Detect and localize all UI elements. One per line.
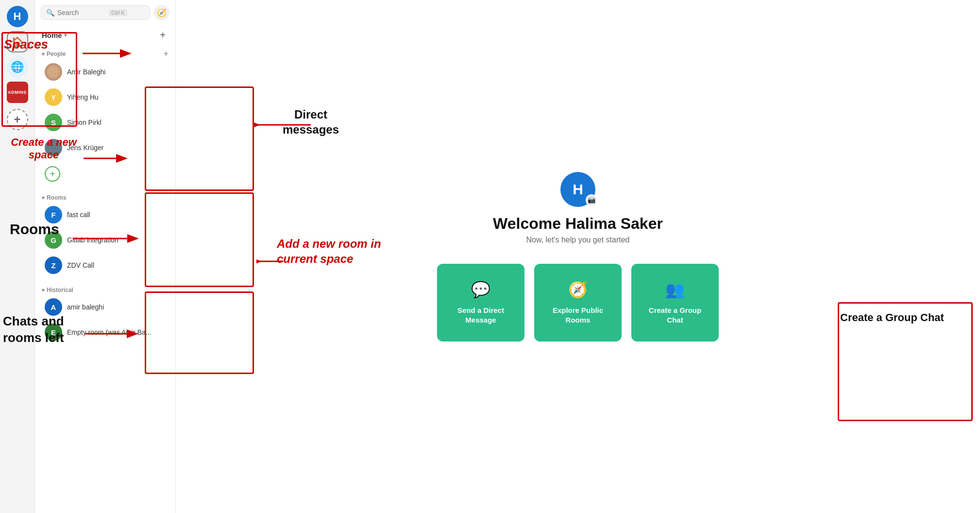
- avatar: S: [45, 114, 62, 131]
- avatar: [45, 139, 62, 156]
- create-space-button[interactable]: +: [7, 109, 28, 130]
- home-space-button[interactable]: 🏠: [7, 31, 28, 52]
- search-icon: 🔍: [46, 9, 54, 17]
- send-direct-message-label: Send a Direct Message: [457, 306, 504, 325]
- list-item[interactable]: E Empty room (was Amir Ba...: [38, 320, 172, 345]
- avatar: Z: [45, 256, 62, 274]
- camera-badge[interactable]: 📷: [586, 194, 597, 206]
- home-chevron: ▾: [64, 32, 67, 38]
- user-avatar-large: H 📷: [560, 172, 595, 207]
- message-icon: 💬: [471, 280, 490, 299]
- add-room-row[interactable]: +: [38, 162, 172, 186]
- list-item[interactable]: F fast call: [38, 202, 172, 227]
- historical-section-header: ▾ Historical: [35, 284, 175, 294]
- historical-section-title: ▾ Historical: [42, 287, 73, 293]
- search-shortcut-badge: Ctrl K: [109, 9, 127, 16]
- chat-name: Simon Pirkl: [67, 119, 101, 126]
- chat-name: Empty room (was Amir Ba...: [67, 328, 151, 336]
- compass-button[interactable]: 🧭: [154, 5, 169, 20]
- people-section-title: ▾ People: [42, 51, 66, 57]
- admins-space-button[interactable]: ADMINS: [7, 82, 28, 103]
- explore-public-rooms-card[interactable]: 🧭 Explore Public Rooms: [534, 264, 622, 342]
- explore-rooms-label: Explore Public Rooms: [553, 306, 603, 325]
- rooms-section-title: ▾ Rooms: [42, 194, 67, 201]
- send-direct-message-card[interactable]: 💬 Send a Direct Message: [437, 264, 524, 342]
- list-item[interactable]: Jens Krüger: [38, 135, 172, 160]
- chat-name: amir baleghi: [67, 303, 104, 311]
- search-input[interactable]: [57, 9, 106, 17]
- chat-list-header: 🔍 Ctrl K 🧭: [35, 0, 175, 25]
- add-room-button[interactable]: +: [157, 29, 169, 41]
- people-section-header: ▾ People +: [35, 47, 175, 59]
- chat-list-panel: 🔍 Ctrl K 🧭 Home ▾ + ▾ People + Amir: [35, 0, 176, 513]
- chat-name: Jens Krüger: [67, 144, 103, 152]
- group-icon: 👥: [665, 280, 685, 299]
- avatar: G: [45, 231, 62, 249]
- spaces-sidebar: H 🏠 🌐 ADMINS +: [0, 0, 35, 513]
- avatar: E: [45, 324, 62, 341]
- chat-name: fast call: [67, 211, 90, 219]
- chat-name: Yiheng Hu: [67, 93, 99, 101]
- welcome-subtitle: Now, let's help you get started: [493, 236, 663, 244]
- world-space-button[interactable]: 🌐: [7, 56, 28, 78]
- list-item[interactable]: Amir Baleghi: [38, 59, 172, 85]
- add-room-circle-icon: +: [45, 166, 60, 182]
- avatar: [45, 63, 62, 81]
- main-panel: 🔍 Ctrl K 🧭 Home ▾ + ▾ People + Amir: [35, 0, 980, 513]
- chat-name: Amir Baleghi: [67, 68, 105, 76]
- list-item[interactable]: S Simon Pirkl: [38, 110, 172, 135]
- search-bar[interactable]: 🔍 Ctrl K: [41, 5, 150, 20]
- compass-icon: 🧭: [568, 280, 588, 299]
- list-item[interactable]: G Gitlab integration: [38, 227, 172, 253]
- home-header-row: Home ▾ +: [35, 25, 175, 43]
- create-group-chat-card[interactable]: 👥 Create a Group Chat: [631, 264, 719, 342]
- list-item[interactable]: Z ZDV Call: [38, 253, 172, 278]
- people-add-button[interactable]: +: [163, 50, 169, 58]
- avatar: A: [45, 298, 62, 316]
- chat-name: ZDV Call: [67, 261, 94, 269]
- home-title[interactable]: Home ▾: [42, 31, 67, 39]
- welcome-section: H 📷 Welcome Halima Saker Now, let's help…: [493, 172, 663, 244]
- list-item[interactable]: A amir baleghi: [38, 294, 172, 320]
- content-panel: H 📷 Welcome Halima Saker Now, let's help…: [176, 0, 980, 513]
- create-group-chat-label: Create a Group Chat: [649, 306, 701, 325]
- avatar: Y: [45, 88, 62, 106]
- rooms-section-header: ▾ Rooms: [35, 191, 175, 202]
- user-space-avatar[interactable]: H: [7, 6, 28, 27]
- action-cards: 💬 Send a Direct Message 🧭 Explore Public…: [437, 264, 719, 342]
- avatar: F: [45, 206, 62, 223]
- chat-name: Gitlab integration: [67, 236, 118, 244]
- list-item[interactable]: Y Yiheng Hu: [38, 85, 172, 110]
- welcome-title: Welcome Halima Saker: [493, 215, 663, 233]
